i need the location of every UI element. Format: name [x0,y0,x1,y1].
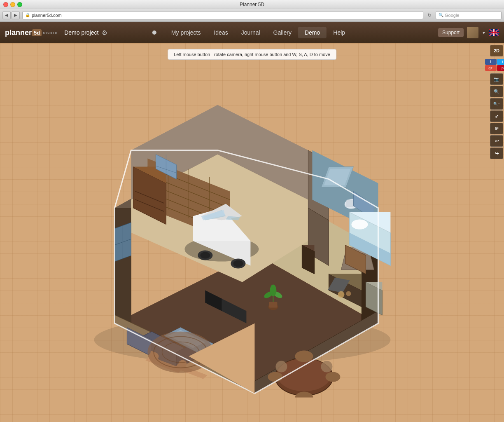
svg-point-83 [346,291,351,296]
avatar-image [467,27,478,38]
svg-point-95 [351,220,368,230]
browser-window-controls [3,2,22,7]
main-content: Left mouse button - rotate camera, right… [0,43,504,422]
svg-point-31 [233,260,243,267]
facebook-button[interactable]: f [485,59,497,65]
browser-nav-buttons: ◀ ▶ [2,11,20,19]
social-row-2: g+ p [485,65,504,71]
refresh-button[interactable]: ↻ [426,12,433,19]
logo: planner 5d studio [5,28,58,37]
search-bar[interactable]: 🔍 Google [436,11,502,19]
project-name: Demo project [64,29,98,36]
social-share-group: f t g+ p [485,59,504,71]
svg-point-61 [321,361,332,373]
svg-rect-72 [269,302,277,308]
address-url: planner5d.com [32,13,62,18]
nav-gallery[interactable]: Gallery [267,27,298,38]
maximize-button[interactable] [17,2,22,7]
camera-icon: 📷 [494,77,499,82]
screenshot-button[interactable]: 📷 [490,73,503,85]
view-2d-button[interactable]: 2D [490,45,503,56]
user-avatar[interactable] [467,27,478,38]
logo-5d: 5d [32,29,42,36]
redo-button[interactable]: ↪ [490,148,503,159]
settings-button[interactable]: ⚙ [102,29,107,37]
nav-center: My projects Ideas Journal Gallery Demo H… [152,27,352,38]
nav-separator-dot [152,30,156,35]
nav-right: Support ▼ [438,27,499,38]
search-small-icon: 🔍 [439,13,443,17]
tooltip-text: Left mouse button - rotate camera, right… [174,52,330,57]
nav-demo[interactable]: Demo [298,27,327,38]
fullscreen-icon: ⤢ [495,114,499,119]
back-button[interactable]: ◀ [2,11,11,19]
user-dropdown-arrow[interactable]: ▼ [482,30,486,35]
zoom-out-button[interactable]: 🔍− [490,98,503,110]
zoom-in-icon: 🔍 [494,89,499,94]
floor-plan-svg [65,93,411,398]
svg-point-29 [200,252,210,259]
support-button[interactable]: Support [438,28,464,37]
search-placeholder: Google [445,13,459,18]
nav-help[interactable]: Help [327,27,352,38]
viewport[interactable]: Left mouse button - rotate camera, right… [0,43,504,422]
address-secure-icon: 🔒 [25,13,30,17]
browser-titlebar: Planner 5D [0,0,504,9]
floor-plan-container [65,93,411,398]
address-bar[interactable]: 🔒 planner5d.com [22,11,423,19]
svg-point-58 [295,351,313,362]
nav-my-projects[interactable]: My projects [165,27,208,38]
app-container: planner 5d studio Demo project ⚙ My proj… [0,22,504,422]
browser-title: Planner 5D [240,2,264,7]
undo-icon: ↩ [495,138,499,144]
logo-studio: studio [43,31,58,35]
zoom-out-icon: 🔍− [493,102,500,106]
navbar: planner 5d studio Demo project ⚙ My proj… [0,22,504,43]
nav-journal[interactable]: Journal [235,27,267,38]
forward-button[interactable]: ▶ [12,11,20,19]
redo-icon: ↪ [495,151,499,156]
measurement-button[interactable]: ft² [490,123,503,134]
logo-planner: planner [5,28,32,37]
svg-point-60 [275,361,287,373]
browser-toolbar: ◀ ▶ 🔒 planner5d.com ↻ 🔍 Google [0,9,504,21]
logo-area: planner 5d studio [5,28,58,37]
zoom-in-button[interactable]: 🔍 [490,86,503,97]
undo-button[interactable]: ↩ [490,135,503,147]
minimize-button[interactable] [10,2,15,7]
social-row-1: f t [485,59,504,65]
svg-point-56 [268,372,282,382]
language-flag[interactable] [489,29,499,36]
pinterest-button[interactable]: p [497,65,504,71]
svg-point-76 [270,285,276,296]
twitter-button[interactable]: t [497,59,504,65]
tooltip: Left mouse button - rotate camera, right… [168,49,336,60]
measurement-icon: ft² [495,127,499,131]
gplus-button[interactable]: g+ [485,65,497,71]
browser-chrome: Planner 5D ◀ ▶ 🔒 planner5d.com ↻ 🔍 Googl… [0,0,504,22]
right-sidebar: 2D f t g+ p 📷 [489,43,504,422]
svg-point-57 [325,372,340,382]
2d-label: 2D [494,48,499,53]
nav-ideas[interactable]: Ideas [207,27,234,38]
svg-point-82 [338,291,344,298]
fullscreen-button[interactable]: ⤢ [490,110,503,122]
close-button[interactable] [3,2,8,7]
